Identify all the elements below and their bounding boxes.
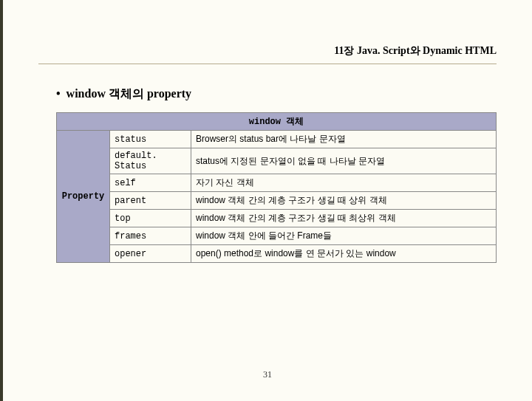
section-title: window 객체의 property	[56, 86, 532, 102]
table-row: default. Status status에 지정된 문자열이 없을 때 나타…	[57, 148, 497, 174]
divider	[38, 64, 497, 64]
row-header-property: Property	[57, 131, 110, 263]
prop-desc: Browser의 status bar에 나타날 문자열	[191, 131, 497, 148]
prop-name: opener	[110, 245, 191, 263]
table-row: frames window 객체 안에 들어간 Frame들	[57, 227, 497, 245]
prop-desc: 자기 자신 객체	[191, 174, 497, 192]
prop-name: top	[110, 210, 191, 227]
prop-name: self	[110, 174, 191, 192]
table-row: parent window 객체 간의 계층 구조가 생길 때 상위 객체	[57, 192, 497, 210]
prop-desc: open() method로 window를 연 문서가 있는 window	[191, 245, 497, 263]
page-number: 31	[3, 369, 532, 380]
prop-desc: window 객체 간의 계층 구조가 생길 때 최상위 객체	[191, 210, 497, 227]
chapter-header: 11장 Java. Script와 Dynamic HTML	[3, 0, 532, 64]
prop-desc: status에 지정된 문자열이 없을 때 나타날 문자열	[191, 148, 497, 174]
prop-desc: window 객체 안에 들어간 Frame들	[191, 227, 497, 245]
table-row: opener open() method로 window를 연 문서가 있는 w…	[57, 245, 497, 263]
prop-name: default. Status	[110, 148, 191, 174]
table-row: self 자기 자신 객체	[57, 174, 497, 192]
table-title-row: window 객체	[57, 113, 497, 131]
table-title: window 객체	[57, 113, 497, 131]
prop-name: parent	[110, 192, 191, 210]
property-table: window 객체 Property status Browser의 statu…	[56, 112, 497, 263]
prop-desc: window 객체 간의 계층 구조가 생길 때 상위 객체	[191, 192, 497, 210]
prop-name: status	[110, 131, 191, 148]
table-row: Property status Browser의 status bar에 나타날…	[57, 131, 497, 148]
prop-name: frames	[110, 227, 191, 245]
table-row: top window 객체 간의 계층 구조가 생길 때 최상위 객체	[57, 210, 497, 227]
